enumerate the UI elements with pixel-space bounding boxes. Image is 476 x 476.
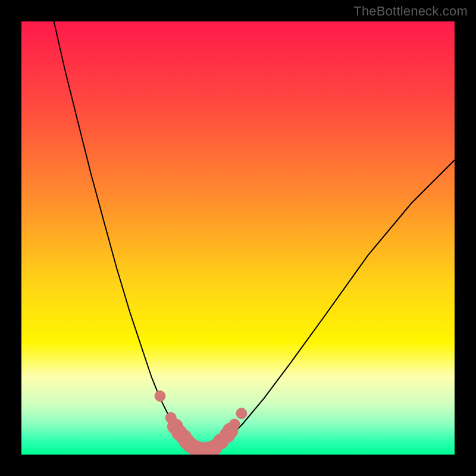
plot-area xyxy=(21,21,455,455)
watermark-text: TheBottleneck.com xyxy=(353,4,468,19)
highlight-markers xyxy=(21,21,455,455)
marker-dot xyxy=(229,419,240,430)
marker-dot xyxy=(155,391,165,402)
marker-dot xyxy=(236,408,247,419)
chart-stage: TheBottleneck.com xyxy=(0,0,476,476)
